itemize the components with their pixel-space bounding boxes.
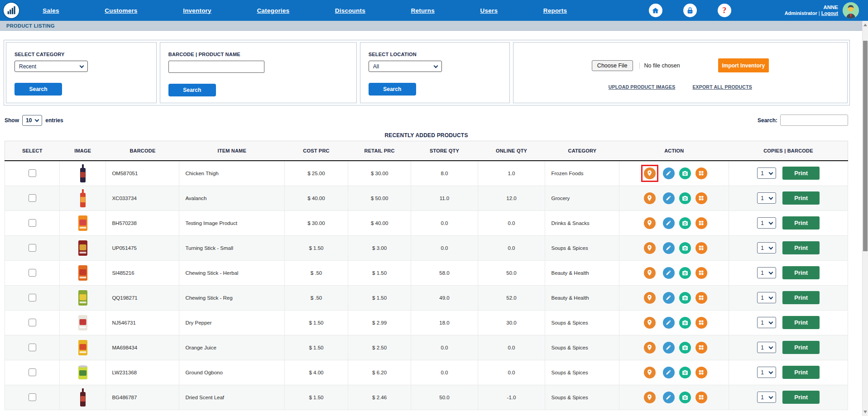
barcode-grid-icon[interactable] <box>695 167 707 179</box>
logout-link[interactable]: Logout <box>821 10 838 16</box>
barcode-grid-icon[interactable] <box>695 217 707 229</box>
copies-select[interactable]: 1 <box>757 392 776 403</box>
row-select-checkbox[interactable] <box>29 393 36 401</box>
location-icon[interactable] <box>644 217 656 229</box>
camera-icon[interactable] <box>679 392 691 403</box>
scroll-up-arrow-icon[interactable] <box>863 24 867 26</box>
location-icon[interactable] <box>644 192 656 204</box>
menu-item-reports[interactable]: Reports <box>543 7 567 14</box>
column-header[interactable]: STORE QTY <box>411 141 478 161</box>
column-header[interactable]: ACTION <box>619 141 729 161</box>
edit-icon[interactable] <box>663 392 675 403</box>
column-header[interactable]: ONLINE QTY <box>478 141 545 161</box>
copies-select[interactable]: 1 <box>757 217 776 229</box>
column-header[interactable]: BARCODE <box>106 141 179 161</box>
print-button[interactable]: Print <box>782 291 820 304</box>
location-icon[interactable] <box>644 367 656 378</box>
location-icon[interactable] <box>644 317 656 329</box>
edit-icon[interactable] <box>663 242 675 254</box>
copies-select[interactable]: 1 <box>757 242 776 253</box>
scroll-down-arrow-icon[interactable] <box>863 411 867 413</box>
copies-select[interactable]: 1 <box>757 192 776 204</box>
barcode-grid-icon[interactable] <box>695 292 707 304</box>
row-select-checkbox[interactable] <box>29 319 36 326</box>
row-select-checkbox[interactable] <box>29 194 36 202</box>
edit-icon[interactable] <box>663 167 675 179</box>
upload-product-images-link[interactable]: UPLOAD PRODUCT IMAGES <box>609 84 676 90</box>
copies-select[interactable]: 1 <box>757 267 776 278</box>
edit-icon[interactable] <box>663 342 675 354</box>
row-select-checkbox[interactable] <box>29 244 36 252</box>
camera-icon[interactable] <box>679 242 691 254</box>
camera-icon[interactable] <box>679 192 691 204</box>
barcode-grid-icon[interactable] <box>695 267 707 279</box>
print-button[interactable]: Print <box>782 167 820 180</box>
import-inventory-button[interactable]: Import Inventory <box>718 58 769 72</box>
print-button[interactable]: Print <box>782 216 820 230</box>
barcode-grid-icon[interactable] <box>695 392 707 403</box>
edit-icon[interactable] <box>663 292 675 304</box>
table-search-input[interactable] <box>780 115 848 126</box>
print-button[interactable]: Print <box>782 341 820 354</box>
help-icon[interactable]: ? <box>718 4 731 17</box>
edit-icon[interactable] <box>663 317 675 329</box>
column-header[interactable]: SELECT <box>5 141 60 161</box>
edit-icon[interactable] <box>663 267 675 279</box>
barcode-grid-icon[interactable] <box>695 317 707 329</box>
copies-select[interactable]: 1 <box>757 317 776 328</box>
column-header[interactable]: COST PRC <box>285 141 348 161</box>
column-header[interactable]: RETAIL PRC <box>348 141 411 161</box>
barcode-input[interactable] <box>168 61 264 73</box>
print-button[interactable]: Print <box>782 266 820 279</box>
location-icon[interactable] <box>644 292 656 304</box>
menu-item-categories[interactable]: Categories <box>257 7 289 14</box>
print-button[interactable]: Print <box>782 241 820 254</box>
menu-item-inventory[interactable]: Inventory <box>183 7 211 14</box>
column-header[interactable]: COPIES | BARCODE <box>729 141 848 161</box>
row-select-checkbox[interactable] <box>29 294 36 301</box>
app-logo[interactable] <box>3 2 20 19</box>
print-button[interactable]: Print <box>782 191 820 205</box>
barcode-grid-icon[interactable] <box>695 192 707 204</box>
barcode-search-button[interactable]: Search <box>168 84 216 96</box>
row-select-checkbox[interactable] <box>29 269 36 277</box>
menu-item-customers[interactable]: Customers <box>105 7 137 14</box>
row-select-checkbox[interactable] <box>29 169 36 177</box>
location-select[interactable]: All <box>369 61 442 72</box>
user-avatar[interactable] <box>843 2 859 19</box>
page-size-select[interactable]: 10 <box>22 115 42 126</box>
column-header[interactable]: ITEM NAME <box>179 141 285 161</box>
vertical-scrollbar[interactable] <box>862 21 868 416</box>
location-icon[interactable] <box>644 342 656 354</box>
menu-item-returns[interactable]: Returns <box>411 7 435 14</box>
category-search-button[interactable]: Search <box>14 83 62 96</box>
lock-icon[interactable] <box>683 4 697 17</box>
column-header[interactable]: IMAGE <box>60 141 106 161</box>
copies-select[interactable]: 1 <box>757 367 776 378</box>
scrollbar-thumb[interactable] <box>863 41 868 251</box>
barcode-grid-icon[interactable] <box>695 242 707 254</box>
location-icon[interactable] <box>644 392 656 403</box>
print-button[interactable]: Print <box>782 316 820 329</box>
print-button[interactable]: Print <box>782 391 820 404</box>
location-icon[interactable] <box>644 242 656 254</box>
location-icon[interactable] <box>644 167 656 179</box>
edit-icon[interactable] <box>663 367 675 378</box>
column-header[interactable]: CATEGORY <box>545 141 619 161</box>
menu-item-users[interactable]: Users <box>480 7 498 14</box>
home-icon[interactable] <box>649 4 662 17</box>
row-select-checkbox[interactable] <box>29 368 36 376</box>
barcode-grid-icon[interactable] <box>695 367 707 378</box>
menu-item-sales[interactable]: Sales <box>43 7 59 14</box>
copies-select[interactable]: 1 <box>757 167 776 179</box>
category-select[interactable]: Recent <box>14 61 88 72</box>
barcode-grid-icon[interactable] <box>695 342 707 354</box>
camera-icon[interactable] <box>679 167 691 179</box>
copies-select[interactable]: 1 <box>757 292 776 303</box>
camera-icon[interactable] <box>679 367 691 378</box>
print-button[interactable]: Print <box>782 366 820 379</box>
edit-icon[interactable] <box>663 217 675 229</box>
camera-icon[interactable] <box>679 292 691 304</box>
choose-file-button[interactable]: Choose File <box>592 60 633 71</box>
camera-icon[interactable] <box>679 267 691 279</box>
